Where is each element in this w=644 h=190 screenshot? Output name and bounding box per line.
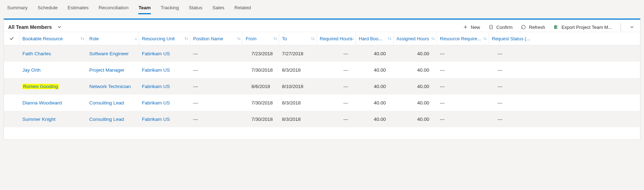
col-label: Resourcing Unit [142, 36, 175, 41]
cell-hard-bookings: 40.00 [356, 67, 394, 73]
sort-icon[interactable]: ↑↓ [388, 36, 391, 41]
view-selector[interactable]: All Team Members [8, 24, 62, 30]
refresh-label: Refresh [529, 25, 545, 30]
cell-resource-requirement: --- [437, 100, 489, 106]
col-from[interactable]: From ↑↓ [243, 32, 279, 45]
cell-to: 8/3/2018 [279, 67, 317, 73]
chevron-down-icon [57, 25, 62, 30]
col-label: Request Status (... [492, 36, 530, 41]
svg-rect-0 [490, 25, 493, 29]
more-commands-button[interactable] [629, 25, 634, 30]
cell-bookable-resource[interactable]: Summer Knight [20, 117, 86, 122]
cell-assigned-hours: 40.00 [394, 117, 437, 122]
col-assigned-hours[interactable]: Assigned Hours ↑↓ [394, 32, 437, 45]
cell-hard-bookings: 40.00 [356, 84, 394, 89]
tab-related[interactable]: Related [234, 4, 251, 14]
new-button[interactable]: New [463, 25, 480, 30]
separator [621, 23, 621, 31]
cell-position-name: --- [190, 51, 243, 56]
cell-role[interactable]: Network Technician [86, 84, 139, 89]
cell-position-name: --- [190, 117, 243, 122]
col-label: Required Hours [320, 36, 352, 41]
col-position-name[interactable]: Position Name ↑↓ [190, 32, 243, 45]
cell-position-name: --- [190, 100, 243, 106]
sort-icon[interactable]: ↑↓ [184, 36, 188, 41]
cell-request-status: --- [489, 100, 545, 106]
cell-role[interactable]: Consulting Lead [86, 117, 139, 122]
cell-from: 8/6/2018 [243, 84, 279, 89]
cell-from: 7/23/2018 [243, 51, 279, 56]
cell-resourcing-unit[interactable]: Fabrikam US [139, 84, 190, 89]
cell-required-hours: --- [317, 51, 356, 56]
cell-assigned-hours: 40.00 [394, 51, 437, 56]
cell-resource-requirement: --- [437, 117, 489, 122]
refresh-button[interactable]: Refresh [521, 25, 545, 30]
cell-hard-bookings: 40.00 [356, 117, 394, 122]
cell-assigned-hours: 40.00 [394, 67, 437, 73]
cell-resourcing-unit[interactable]: Fabrikam US [139, 117, 190, 122]
tab-tracking[interactable]: Tracking [161, 4, 179, 14]
tab-team[interactable]: Team [138, 4, 150, 14]
tab-status[interactable]: Status [189, 4, 202, 14]
tab-reconciliation[interactable]: Reconciliation [99, 4, 128, 14]
top-tabs: SummaryScheduleEstimatesReconciliationTe… [0, 0, 644, 14]
col-label: Assigned Hours [396, 36, 429, 41]
col-hard-bookings[interactable]: Hard Boo... ↑↓ [356, 32, 394, 45]
tab-estimates[interactable]: Estimates [68, 4, 89, 14]
select-all-checkbox[interactable] [4, 32, 20, 45]
clipboard-check-icon [489, 25, 494, 30]
cell-request-status: --- [489, 84, 545, 89]
command-bar: New Confirm Refresh Export Project Team … [463, 23, 636, 31]
cell-bookable-resource[interactable]: Romeo Gooding [20, 84, 86, 89]
confirm-button[interactable]: Confirm [489, 25, 513, 30]
col-required-hours[interactable]: Required Hours ↑↓ [317, 32, 356, 45]
team-panel: All Team Members New Confirm [4, 19, 640, 140]
new-label: New [471, 25, 480, 30]
cell-required-hours: --- [317, 67, 356, 73]
cell-resourcing-unit[interactable]: Fabrikam US [139, 100, 190, 106]
sort-icon[interactable]: ↑↓ [483, 36, 486, 41]
cell-bookable-resource[interactable]: Faith Charles [20, 51, 86, 56]
cell-position-name: --- [190, 67, 243, 73]
col-bookable-resource[interactable]: Bookable Resource ↑↓ [20, 32, 86, 45]
table-row[interactable]: Dianna WoodwardConsulting LeadFabrikam U… [4, 94, 640, 111]
cell-hard-bookings: 40.00 [356, 51, 394, 56]
export-button[interactable]: Export Project Team M... [554, 25, 612, 30]
cell-role[interactable]: Consulting Lead [86, 100, 139, 106]
view-name: All Team Members [8, 24, 52, 30]
col-label: To [282, 36, 287, 41]
refresh-icon [521, 25, 526, 30]
col-resource-requirement[interactable]: Resource Require... ↑↓ [437, 32, 489, 45]
sort-icon[interactable]: ↑↓ [350, 36, 353, 41]
sort-icon[interactable]: ↑↓ [80, 36, 84, 41]
table-row[interactable]: Romeo GoodingNetwork TechnicianFabrikam … [4, 78, 640, 94]
cell-role[interactable]: Software Engineer [86, 51, 139, 56]
col-label: Resource Require... [440, 36, 481, 41]
sort-icon[interactable]: ↑↓ [237, 36, 240, 41]
cell-bookable-resource[interactable]: Jay Orth [20, 67, 86, 73]
cell-hard-bookings: 40.00 [356, 100, 394, 106]
cell-required-hours: --- [317, 117, 356, 122]
tab-summary[interactable]: Summary [7, 4, 28, 14]
grid-body: Faith CharlesSoftware EngineerFabrikam U… [4, 45, 640, 127]
sort-icon[interactable]: ↑↓ [311, 36, 314, 41]
col-request-status[interactable]: Request Status (... [489, 32, 545, 45]
cell-to: 7/27/2018 [279, 51, 317, 56]
tab-schedule[interactable]: Schedule [38, 4, 58, 14]
cell-to: 8/3/2018 [279, 117, 317, 122]
sort-down-icon[interactable]: ↓ [135, 36, 137, 41]
col-resourcing-unit[interactable]: Resourcing Unit ↑↓ [139, 32, 190, 45]
cell-required-hours: --- [317, 100, 356, 106]
cell-role[interactable]: Project Manager [86, 67, 139, 73]
table-row[interactable]: Faith CharlesSoftware EngineerFabrikam U… [4, 45, 640, 62]
table-row[interactable]: Summer KnightConsulting LeadFabrikam US-… [4, 111, 640, 127]
sort-icon[interactable]: ↑↓ [431, 36, 435, 41]
tab-sales[interactable]: Sales [212, 4, 224, 14]
sort-icon[interactable]: ↑↓ [273, 36, 277, 41]
cell-resourcing-unit[interactable]: Fabrikam US [139, 51, 190, 56]
cell-bookable-resource[interactable]: Dianna Woodward [20, 100, 86, 106]
table-row[interactable]: Jay OrthProject ManagerFabrikam US---7/3… [4, 62, 640, 78]
col-to[interactable]: To ↑↓ [279, 32, 317, 45]
col-role[interactable]: Role ↓ [86, 32, 139, 45]
cell-resourcing-unit[interactable]: Fabrikam US [139, 67, 190, 73]
